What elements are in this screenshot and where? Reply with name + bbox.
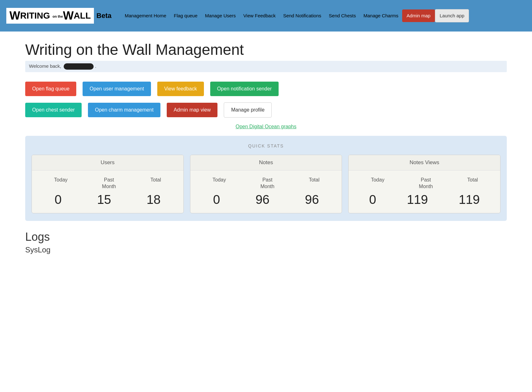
users-today-label: Today — [54, 177, 68, 190]
notes-values: 0 96 96 — [195, 193, 337, 207]
notes-labels: Today PastMonth Total — [195, 177, 337, 190]
quick-stats-container: QUICK STATS Users Today PastMonth Total … — [25, 136, 507, 221]
open-user-management-button[interactable]: Open user management — [83, 82, 151, 96]
notes-month-value: 96 — [256, 193, 270, 207]
notes-views-today-value: 0 — [369, 193, 376, 207]
action-row-2: Open chest sender Open charm management … — [25, 102, 507, 118]
notes-views-month-value: 119 — [407, 193, 428, 207]
logo-w: W — [9, 9, 20, 22]
notes-views-stat-card: Notes Views Today PastMonth Total 0 119 … — [348, 155, 500, 213]
notes-views-card-body: Today PastMonth Total 0 119 119 — [349, 170, 500, 213]
stats-grid: Users Today PastMonth Total 0 15 18 Note… — [32, 155, 500, 213]
users-card-title: Users — [32, 155, 183, 170]
nav-view-feedback[interactable]: View Feedback — [240, 10, 279, 21]
notes-views-today-label: Today — [371, 177, 385, 190]
logo-w2: W — [63, 9, 74, 22]
nav-send-chests[interactable]: Send Chests — [325, 10, 360, 21]
open-chest-sender-button[interactable]: Open chest sender — [25, 103, 82, 117]
logo: WRITING on the WALL Beta — [6, 8, 112, 24]
notes-views-values: 0 119 119 — [354, 193, 495, 207]
users-today-value: 0 — [55, 193, 61, 207]
notes-total-value: 96 — [305, 193, 319, 207]
quick-stats-title: QUICK STATS — [32, 143, 500, 148]
notes-stat-card: Notes Today PastMonth Total 0 96 96 — [190, 155, 342, 213]
open-charm-management-button[interactable]: Open charm management — [88, 103, 160, 117]
digital-ocean-link-container: Open Digital Ocean graphs — [25, 124, 507, 130]
users-total-value: 18 — [147, 193, 161, 207]
manage-profile-button[interactable]: Manage profile — [224, 102, 272, 118]
page-title: Writing on the Wall Management — [25, 41, 507, 58]
logo-text: WRITING on the WALL — [6, 8, 94, 24]
users-month-value: 15 — [97, 193, 111, 207]
users-stat-card: Users Today PastMonth Total 0 15 18 — [32, 155, 184, 213]
notes-views-month-label: PastMonth — [419, 177, 433, 190]
users-total-label: Total — [150, 177, 161, 190]
welcome-text: Welcome back, — [29, 63, 61, 69]
main-content: Writing on the Wall Management Welcome b… — [0, 32, 532, 264]
nav-management-home[interactable]: Management Home — [121, 10, 170, 21]
notes-card-body: Today PastMonth Total 0 96 96 — [190, 170, 342, 213]
nav-flag-queue[interactable]: Flag queue — [170, 10, 201, 21]
users-month-label: PastMonth — [102, 177, 116, 190]
nav-send-notifications[interactable]: Send Notifications — [279, 10, 325, 21]
nav-manage-users[interactable]: Manage Users — [201, 10, 240, 21]
logo-all: ALL — [74, 11, 91, 21]
notes-views-total-value: 119 — [459, 193, 480, 207]
open-flag-queue-button[interactable]: Open flag queue — [25, 82, 76, 96]
nav-admin-map[interactable]: Admin map — [402, 9, 435, 22]
notes-card-title: Notes — [190, 155, 342, 170]
notes-month-label: PastMonth — [260, 177, 274, 190]
view-feedback-button[interactable]: View feedback — [157, 82, 204, 96]
nav-links: Management Home Flag queue Manage Users … — [121, 9, 526, 22]
nav-launch-app[interactable]: Launch app — [435, 9, 469, 22]
notes-views-card-title: Notes Views — [349, 155, 500, 170]
welcome-bar: Welcome back, . — [25, 61, 507, 72]
navbar: WRITING on the WALL Beta Management Home… — [0, 0, 532, 32]
notes-today-value: 0 — [213, 193, 220, 207]
logs-title: Logs — [25, 230, 507, 244]
users-labels: Today PastMonth Total — [37, 177, 178, 190]
users-card-body: Today PastMonth Total 0 15 18 — [32, 170, 183, 213]
logs-section: Logs SysLog — [25, 230, 507, 254]
beta-label: Beta — [96, 12, 112, 20]
notes-today-label: Today — [212, 177, 226, 190]
admin-map-view-button[interactable]: Admin map view — [167, 103, 217, 117]
logo-riting: RITING on the — [20, 11, 63, 21]
digital-ocean-link[interactable]: Open Digital Ocean graphs — [236, 124, 297, 129]
action-row-1: Open flag queue Open user management Vie… — [25, 82, 507, 96]
notes-views-total-label: Total — [467, 177, 478, 190]
syslog-title: SysLog — [25, 245, 507, 254]
nav-manage-charms[interactable]: Manage Charms — [360, 10, 402, 21]
notes-total-label: Total — [309, 177, 320, 190]
username-redacted — [64, 63, 94, 70]
notes-views-labels: Today PastMonth Total — [354, 177, 495, 190]
open-notification-sender-button[interactable]: Open notification sender — [210, 82, 279, 96]
users-values: 0 15 18 — [37, 193, 178, 207]
